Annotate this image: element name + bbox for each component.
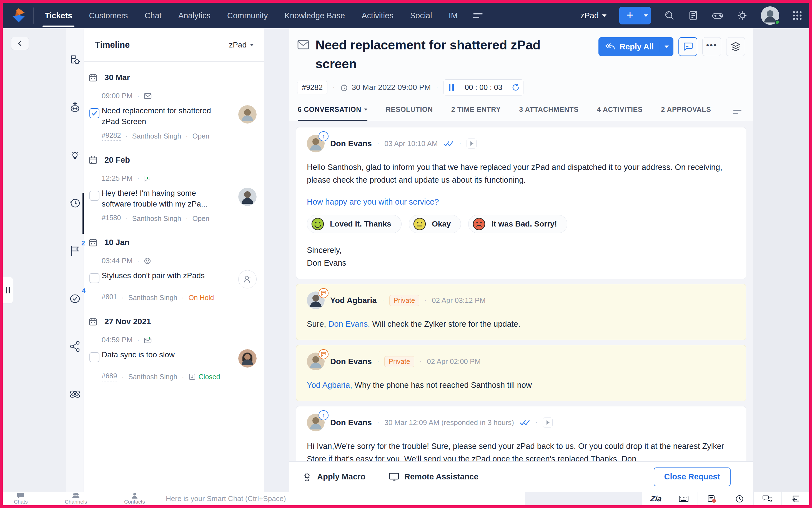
- conversations-button[interactable]: [754, 492, 781, 505]
- add-dropdown-caret[interactable]: [641, 7, 651, 25]
- survey-option-okay[interactable]: Okay: [409, 215, 461, 233]
- feeds-icon[interactable]: [688, 10, 699, 21]
- close-request-button[interactable]: Close Request: [654, 467, 731, 486]
- more-actions-button[interactable]: •••: [702, 37, 721, 56]
- nav-tab-customers[interactable]: Customers: [89, 3, 128, 28]
- tab-activities[interactable]: 4 ACTIVITIES: [597, 105, 643, 121]
- tab-resolution[interactable]: RESOLUTION: [386, 105, 433, 121]
- nav-tab-community[interactable]: Community: [227, 3, 268, 28]
- zia-button[interactable]: Zia: [642, 492, 670, 505]
- expand-message-button[interactable]: [543, 418, 553, 427]
- tab-conversation[interactable]: 6 CONVERSATION: [298, 105, 367, 121]
- tab-approvals[interactable]: 2 APPROVALS: [661, 105, 711, 121]
- timeline-entry[interactable]: 04:59 PM Data sync is too slow: [84, 336, 265, 381]
- contacts-button[interactable]: Contacts: [124, 492, 145, 505]
- nav-divider: [33, 7, 34, 24]
- tabs-overflow-icon[interactable]: [733, 110, 741, 121]
- message-author[interactable]: Yod Agbaria: [330, 296, 377, 305]
- entry-title[interactable]: Hey there! I'm having some software trou…: [102, 188, 213, 209]
- reply-all-main[interactable]: Reply All: [599, 41, 660, 52]
- happy-smiley-icon: [311, 217, 324, 231]
- department-selector[interactable]: zPad: [580, 11, 607, 20]
- panel-drag-handle[interactable]: [3, 277, 13, 303]
- entry-title[interactable]: Data sync is too slow: [102, 349, 175, 360]
- survey-question-link[interactable]: How happy are you with our service?: [307, 197, 735, 207]
- entry-main-row: Data sync is too slow: [102, 349, 256, 368]
- comment-button[interactable]: [679, 37, 697, 56]
- flags-icon[interactable]: 2: [70, 245, 81, 257]
- expand-message-button[interactable]: [466, 138, 477, 149]
- gamescope-icon[interactable]: [712, 10, 724, 21]
- entry-contact: Santhosh Singh: [132, 215, 181, 223]
- integrations-atom-icon[interactable]: [69, 388, 81, 400]
- share-icon[interactable]: [70, 340, 81, 352]
- ticket-id-link[interactable]: #1580: [102, 214, 121, 223]
- search-icon[interactable]: [664, 10, 675, 21]
- message-signoff: Sincerely, Don Evans: [307, 244, 735, 269]
- nav-tab-activities[interactable]: Activities: [362, 3, 393, 28]
- entry-title[interactable]: Styluses don't pair with zPads: [102, 270, 205, 281]
- apps-grid-icon[interactable]: [792, 10, 803, 21]
- entry-checkbox-checked[interactable]: [89, 108, 99, 118]
- sad-smiley-icon: [472, 217, 486, 231]
- stack-view-button[interactable]: [726, 37, 745, 56]
- survey-option-happy[interactable]: Loved it. Thanks: [307, 215, 402, 233]
- message-author[interactable]: Don Evans: [330, 418, 372, 427]
- person-icon: [131, 493, 138, 499]
- tab-attachments[interactable]: 3 ATTACHMENTS: [519, 105, 578, 121]
- chats-button[interactable]: Chats: [14, 492, 28, 505]
- mention-link[interactable]: Don Evans.: [328, 320, 370, 328]
- survey-option-bad[interactable]: It was Bad. Sorry!: [468, 215, 567, 233]
- nav-tab-chat[interactable]: Chat: [145, 3, 162, 28]
- tab-time-entry[interactable]: 2 TIME ENTRY: [451, 105, 501, 121]
- nav-tab-social[interactable]: Social: [410, 3, 432, 28]
- mention-link[interactable]: Yod Agbaria,: [307, 381, 352, 389]
- add-button[interactable]: +: [619, 7, 651, 25]
- reply-dropdown-caret[interactable]: [660, 46, 674, 48]
- apply-macro-button[interactable]: Apply Macro: [302, 472, 365, 482]
- remote-assistance-button[interactable]: Remote Assistance: [389, 472, 478, 482]
- contact-avatar: [238, 349, 256, 368]
- ticket-properties-icon[interactable]: [69, 54, 81, 66]
- insights-bulb-icon[interactable]: [69, 150, 81, 162]
- nav-tab-analytics[interactable]: Analytics: [178, 3, 210, 28]
- message-author[interactable]: Don Evans: [330, 357, 372, 366]
- keyboard-shortcuts-button[interactable]: [670, 492, 698, 505]
- nav-more-icon[interactable]: [473, 13, 483, 18]
- tab-label: 6 CONVERSATION: [298, 105, 361, 114]
- timer-pause-button[interactable]: [444, 80, 459, 95]
- entry-time-row: 04:59 PM: [102, 336, 256, 344]
- collapse-back-button[interactable]: [11, 37, 29, 50]
- entry-checkbox[interactable]: [89, 273, 99, 283]
- ticket-id-chip[interactable]: #9282: [297, 81, 327, 94]
- nav-tab-im[interactable]: IM: [449, 3, 458, 28]
- timeline-filter[interactable]: zPad: [229, 41, 254, 49]
- channels-button[interactable]: Channels: [65, 492, 87, 505]
- ticket-id-link[interactable]: #801: [102, 293, 117, 302]
- message-author[interactable]: Don Evans: [330, 139, 372, 148]
- timer-refresh-button[interactable]: [508, 80, 523, 95]
- entry-title[interactable]: Need replacement for shattered zPad Scre…: [102, 105, 213, 127]
- timeline-entry[interactable]: 03:44 PM Styluses don't pair with zPads: [84, 256, 265, 302]
- bot-icon[interactable]: [69, 101, 81, 114]
- nav-tabs: Tickets Customers Chat Analytics Communi…: [45, 3, 458, 28]
- user-avatar[interactable]: [761, 6, 779, 25]
- entry-checkbox[interactable]: [89, 191, 99, 201]
- settings-gear-icon[interactable]: [736, 10, 748, 22]
- timeline-entry[interactable]: 09:00 PM Need replace: [84, 92, 265, 141]
- history-icon[interactable]: [69, 197, 81, 209]
- reply-all-button[interactable]: Reply All: [599, 37, 674, 56]
- notes-notification-button[interactable]: [698, 492, 726, 505]
- ticket-id-link[interactable]: #9282: [102, 131, 121, 141]
- message-time: 03 Apr 10:10 AM: [384, 139, 438, 148]
- ticket-id-link[interactable]: #689: [102, 372, 117, 381]
- plus-icon[interactable]: +: [619, 7, 641, 25]
- nav-tab-knowledge-base[interactable]: Knowledge Base: [285, 3, 345, 28]
- smart-chat-input[interactable]: Here is your Smart Chat (Ctrl+Space): [156, 492, 525, 505]
- approvals-icon[interactable]: 4: [69, 293, 81, 305]
- recent-activity-button[interactable]: [726, 492, 754, 505]
- entry-checkbox[interactable]: [89, 352, 99, 362]
- reply-return-button[interactable]: [781, 492, 810, 505]
- nav-tab-tickets[interactable]: Tickets: [45, 3, 72, 28]
- timeline-entry[interactable]: 12:25 PM Hey there! I'm having some soft…: [84, 174, 265, 223]
